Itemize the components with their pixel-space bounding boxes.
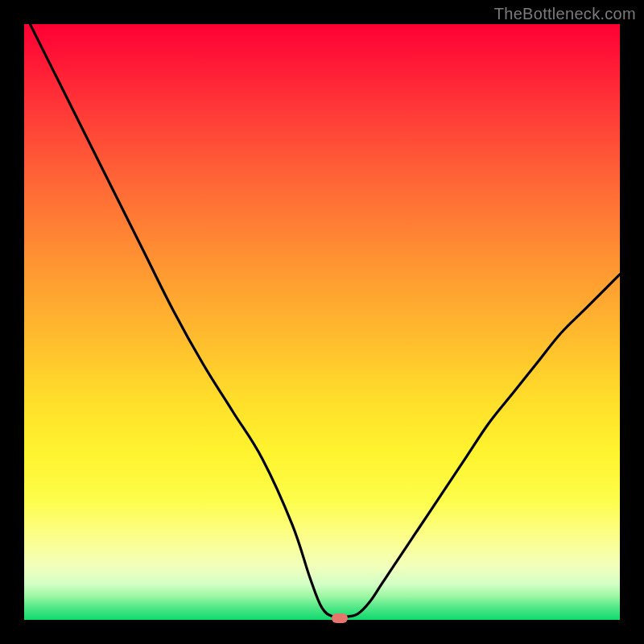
chart-frame: TheBottleneck.com [0,0,644,644]
watermark-text: TheBottleneck.com [494,5,636,23]
optimal-point-marker [332,613,348,623]
plot-area [24,24,620,620]
bottleneck-curve [24,24,620,620]
